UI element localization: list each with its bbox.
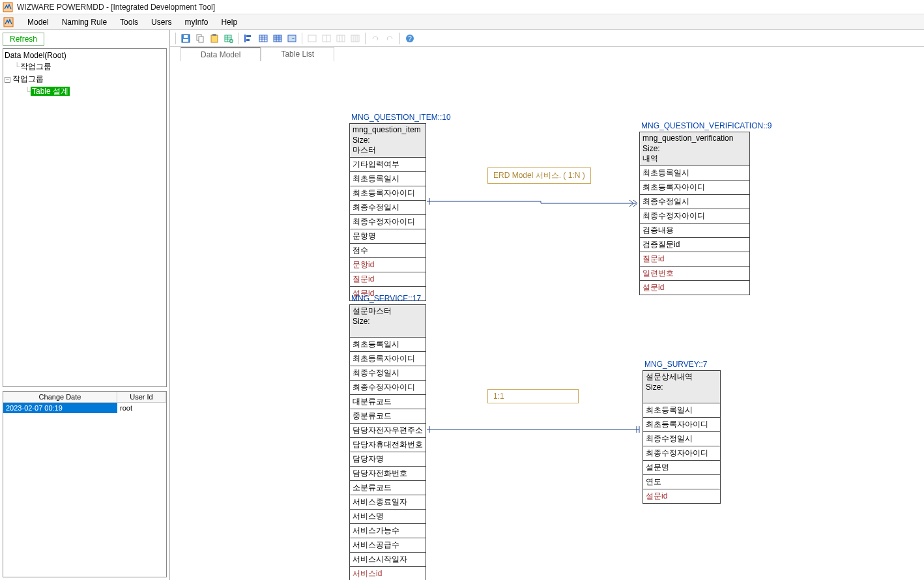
erd-field-key: 설문id [640, 281, 749, 295]
menu-naming-rule[interactable]: Naming Rule [55, 14, 113, 29]
erd-header: 설문상세내역 Size: [643, 371, 720, 403]
erd-header: mng_question_verification Size: 내역 [640, 132, 749, 166]
svg-rect-14 [274, 35, 282, 42]
erd-field: 연도 [643, 475, 720, 489]
erd-header: mng_question_item Size: 마스터 [350, 124, 426, 158]
erd-title: MNG_QUESTION_ITEM::10 [350, 113, 452, 123]
erd-field: 서비스시작일자 [350, 553, 426, 567]
erd-field-key: 문항id [350, 258, 426, 272]
erd-field: 최초등록자아이디 [350, 352, 426, 366]
tree-group-1[interactable]: └작업그룹 [5, 61, 165, 73]
relationship-label-11: 1:1 [487, 389, 579, 403]
paste-icon[interactable] [209, 33, 220, 44]
erd-field: 중분류코드 [350, 409, 426, 424]
erd-field: 최종수정자아이디 [350, 215, 426, 229]
redo-icon[interactable] [369, 33, 381, 44]
relationship-lines [170, 61, 924, 580]
erd-field: 대분류코드 [350, 395, 426, 409]
menu-model[interactable]: Model [21, 14, 55, 29]
refresh-button[interactable]: Refresh [3, 33, 44, 46]
tab-table-list[interactable]: Table List [261, 47, 334, 61]
undo-icon[interactable] [384, 33, 396, 44]
erd-field: 서비스명 [350, 510, 426, 524]
erd-field: 검증내용 [640, 224, 749, 238]
erd-field: 기타입력여부 [350, 158, 426, 172]
app-icon [3, 2, 13, 12]
tree-leaf-table-design[interactable]: └Table 설계 [5, 85, 165, 98]
erd-field: 서비스공급수 [350, 538, 426, 553]
menu-users[interactable]: Users [145, 14, 178, 29]
erd-field: 담당자전화번호 [350, 467, 426, 481]
erd-title: MNG_SERVICE::17 [350, 294, 422, 304]
table-add-icon[interactable] [223, 33, 235, 44]
align-left-icon[interactable] [243, 33, 255, 44]
erd-field-key: 일련번호 [640, 267, 749, 281]
panel-2-icon[interactable] [321, 33, 332, 44]
menu-tools[interactable]: Tools [113, 14, 145, 29]
erd-field: 최종수정자아이디 [643, 446, 720, 461]
erd-field: 최초등록자아이디 [350, 186, 426, 201]
grid-icon[interactable] [272, 33, 283, 44]
svg-rect-7 [211, 35, 218, 42]
svg-rect-6 [199, 36, 203, 42]
save-icon[interactable] [180, 33, 192, 44]
erd-field: 최종수정일시 [350, 366, 426, 381]
erd-field: 담당자휴대전화번호 [350, 438, 426, 452]
erd-field: 최종수정자아이디 [350, 381, 426, 395]
table-icon[interactable] [257, 33, 269, 44]
erd-field: 최초등록자아이디 [640, 181, 749, 195]
toolbar: ? [170, 30, 924, 47]
erd-field: 최초등록일시 [350, 172, 426, 186]
titlebar-text: WIZWARE POWERMDD - [Integrated Developme… [17, 3, 215, 12]
erd-canvas[interactable]: ERD Model 서비스. ( 1:N ) 1:1 MNG_QUESTION_… [170, 61, 924, 580]
menu-myinfo[interactable]: myInfo [178, 14, 214, 29]
tree-root[interactable]: Data Model(Root) [5, 50, 165, 61]
app-icon-small [3, 16, 14, 28]
svg-rect-13 [259, 35, 267, 42]
svg-rect-11 [246, 35, 251, 37]
history-col-user: User Id [117, 392, 166, 403]
erd-field: 담당자명 [350, 452, 426, 467]
panel-1-icon[interactable] [306, 33, 318, 44]
erd-title: MNG_SURVEY::7 [643, 360, 708, 370]
menu-help[interactable]: Help [214, 14, 244, 29]
history-panel: Change Date User Id 2023-02-07 00:19 roo… [3, 391, 167, 577]
erd-table-question-item[interactable]: MNG_QUESTION_ITEM::10 mng_question_item … [349, 123, 426, 301]
panel-3-icon[interactable] [335, 33, 347, 44]
history-row[interactable]: 2023-02-07 00:19 root [3, 403, 166, 413]
svg-rect-16 [308, 35, 316, 42]
erd-field: 문항명 [350, 229, 426, 244]
minus-icon[interactable]: − [5, 77, 10, 83]
dropdown-icon[interactable] [286, 33, 298, 44]
panel-4-icon[interactable] [349, 33, 361, 44]
copy-icon[interactable] [194, 33, 206, 44]
model-tree[interactable]: Data Model(Root) └작업그룹 −작업그룹 └Table 설계 [3, 48, 167, 387]
svg-rect-4 [184, 35, 188, 38]
tree-group-2[interactable]: −작업그룹 [5, 73, 165, 85]
svg-text:?: ? [408, 35, 412, 42]
erd-table-survey[interactable]: MNG_SURVEY::7 설문상세내역 Size: 최초등록일시 최초등록자아… [642, 370, 721, 504]
history-col-date: Change Date [3, 392, 117, 403]
erd-field: 최초등록일시 [350, 338, 426, 352]
erd-table-service[interactable]: MNG_SERVICE::17 설문마스터 Size: 최초등록일시 최초등록자… [349, 304, 426, 580]
menubar: Model Naming Rule Tools Users myInfo Hel… [0, 14, 924, 30]
erd-field-key: 질문id [350, 272, 426, 287]
erd-field: 최초등록일시 [640, 166, 749, 181]
erd-field: 서비스가능수 [350, 524, 426, 538]
svg-rect-3 [183, 39, 188, 42]
erd-field: 최종수정일시 [350, 201, 426, 215]
titlebar: WIZWARE POWERMDD - [Integrated Developme… [0, 0, 924, 14]
erd-field-key: 설문id [643, 489, 720, 503]
svg-rect-12 [246, 39, 250, 41]
erd-field: 점수 [350, 244, 426, 258]
right-panel: ? Data Model Table List ERD Model 서비스 [170, 30, 924, 580]
erd-field: 최종수정일시 [640, 195, 749, 209]
svg-rect-15 [288, 35, 296, 42]
erd-header: 설문마스터 Size: [350, 305, 426, 338]
help-icon[interactable]: ? [404, 33, 416, 44]
tab-data-model[interactable]: Data Model [180, 47, 261, 61]
erd-table-question-verification[interactable]: MNG_QUESTION_VERIFICATION::9 mng_questio… [639, 132, 750, 295]
history-date: 2023-02-07 00:19 [3, 403, 117, 413]
canvas-tabs: Data Model Table List [170, 47, 924, 61]
erd-field: 최종수정자아이디 [640, 209, 749, 224]
